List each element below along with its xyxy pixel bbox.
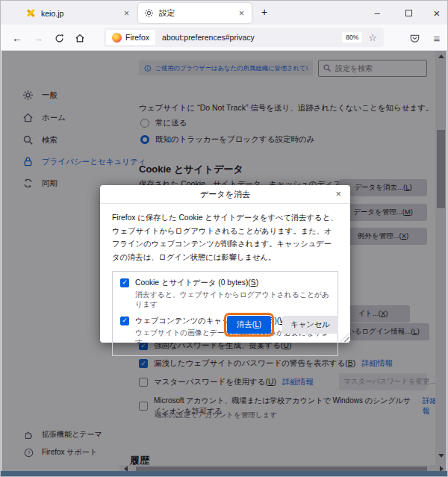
checkbox-cookies-site-data[interactable]: ✓ Cookie とサイトデータ (0 bytes)(S) (120, 278, 330, 288)
clear-data-dialog: データを消去 × Firefox に保存した Cookie とサイトデータをすべ… (100, 185, 350, 343)
dialog-body-text: Firefox に保存した Cookie とサイトデータをすべて消去すると、ウェ… (100, 204, 350, 264)
url-bar[interactable]: Firefox about:preferences#privacy 80% ☆ (104, 28, 384, 47)
home-button[interactable] (72, 30, 88, 46)
identity-label: Firefox (125, 33, 149, 42)
site-identity-chip[interactable]: Firefox (106, 30, 155, 45)
bookmark-star-icon[interactable]: ☆ (368, 32, 377, 43)
dialog-title: データを消去 (200, 189, 250, 200)
back-button[interactable]: ← (9, 30, 25, 46)
navigation-toolbar: ← → Firefox about:preferences#privacy 80… (1, 25, 447, 51)
firefox-window: keio.jp × 設定 × + – × ← → (0, 0, 448, 477)
keio-favicon-icon (26, 8, 36, 18)
pocket-icon (409, 33, 420, 44)
gear-icon (144, 8, 154, 18)
dialog-footer: 消去(L) キャンセル (227, 316, 338, 334)
checkbox-cookies-description: 消去すると、ウェブサイトからログアウトされることがあります (135, 290, 330, 310)
window-bottom-edge (1, 471, 447, 476)
window-minimize-button[interactable]: – (367, 1, 388, 25)
new-tab-button[interactable]: + (258, 6, 271, 19)
tab-settings[interactable]: 設定 × (138, 3, 252, 23)
url-text: about:preferences#privacy (162, 33, 255, 42)
tab-close-icon[interactable]: × (122, 8, 131, 19)
clear-button-highlighted[interactable]: 消去(L) (227, 316, 271, 334)
home-icon (75, 33, 85, 43)
zoom-level-badge[interactable]: 80% (342, 32, 362, 43)
maximize-icon (405, 10, 412, 16)
window-maximize-button[interactable] (398, 1, 419, 25)
reload-button[interactable] (51, 30, 67, 46)
forward-button: → (30, 30, 46, 46)
dialog-resize-gripper[interactable] (340, 333, 349, 342)
dialog-header: データを消去 × (100, 185, 350, 204)
dialog-close-icon[interactable]: × (333, 188, 343, 199)
dialog-checkbox-group: ✓ Cookie とサイトデータ (0 bytes)(S) 消去すると、ウェブサ… (112, 271, 338, 356)
reload-icon (55, 34, 64, 43)
firefox-logo-icon (112, 33, 122, 43)
tab-bar: keio.jp × 設定 × + – × (1, 1, 447, 25)
tab-label: keio.jp (41, 9, 118, 18)
checkbox-checked-icon: ✓ (120, 278, 129, 287)
app-menu-button[interactable]: ≡ (429, 30, 445, 46)
tab-label: 設定 (159, 8, 233, 19)
pocket-button[interactable] (406, 30, 423, 46)
window-close-button[interactable]: × (426, 1, 447, 25)
tab-keio[interactable]: keio.jp × (22, 4, 135, 22)
hamburger-menu-icon: ≡ (434, 32, 441, 45)
cancel-button[interactable]: キャンセル (282, 316, 338, 334)
tab-close-icon[interactable]: × (237, 8, 246, 19)
checkbox-checked-icon: ✓ (120, 317, 129, 325)
